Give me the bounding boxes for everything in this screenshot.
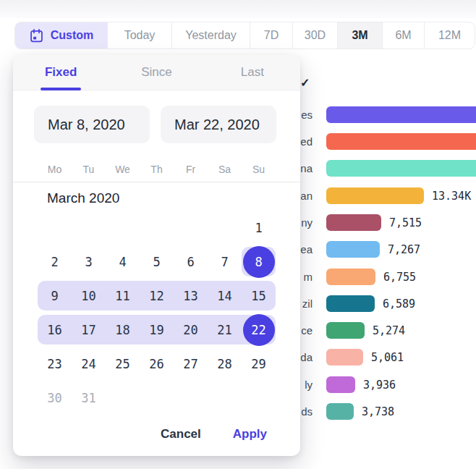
calendar-day-27[interactable]: 27 — [174, 347, 208, 381]
calendar-day-empty — [106, 381, 140, 415]
calendar-day-24[interactable]: 24 — [72, 347, 106, 381]
day-number: 2 — [51, 255, 58, 269]
day-number: 16 — [47, 323, 61, 337]
weekday-label: We — [106, 164, 140, 175]
calendar-day-17[interactable]: 17 — [72, 313, 106, 347]
range-option-label: 12M — [438, 29, 461, 42]
day-number: 19 — [149, 323, 163, 337]
calendar-day-23[interactable]: 23 — [38, 347, 72, 381]
weekday-label: Th — [140, 164, 174, 175]
chart-row-label-fragment: es — [301, 106, 313, 123]
chart-bar[interactable] — [326, 349, 363, 366]
date-picker-footer: Cancel Apply — [13, 415, 300, 441]
range-option-12m[interactable]: 12M — [425, 22, 475, 48]
calendar-day-19[interactable]: 19 — [140, 313, 174, 347]
calendar-day-5[interactable]: 5 — [140, 245, 174, 279]
start-date-input[interactable]: Mar 8, 2020 — [34, 106, 150, 143]
chart-row-label-fragment: zil — [302, 295, 313, 312]
calendar-day-11[interactable]: 11 — [106, 279, 140, 313]
apply-button[interactable]: Apply — [233, 427, 267, 441]
calendar-day-7[interactable]: 7 — [208, 245, 242, 279]
calendar-day-29[interactable]: 29 — [242, 347, 276, 381]
cancel-button[interactable]: Cancel — [161, 427, 201, 441]
chart-row-label-fragment: ds — [301, 403, 313, 420]
range-option-7d[interactable]: 7D — [250, 22, 293, 48]
range-option-3m[interactable]: 3M — [338, 22, 383, 48]
range-option-today[interactable]: Today — [108, 22, 172, 48]
day-number: 17 — [81, 323, 95, 337]
calendar-day-26[interactable]: 26 — [140, 347, 174, 381]
chart-bar[interactable] — [326, 187, 424, 204]
calendar-day-31[interactable]: 31 — [72, 381, 106, 415]
calendar-day-8[interactable]: 8 — [242, 245, 276, 279]
chart-bar-value: 7,267 — [388, 242, 420, 258]
calendar-day-28[interactable]: 28 — [208, 347, 242, 381]
chart-bar-value: 6,589 — [383, 296, 415, 313]
calendar-day-13[interactable]: 13 — [174, 279, 208, 313]
calendar-day-empty — [208, 211, 242, 245]
date-picker-popover: Fixed Since Last Mar 8, 2020 Mar 22, 202… — [13, 55, 300, 456]
calendar-day-1[interactable]: 1 — [242, 211, 276, 245]
chart-bar[interactable] — [326, 106, 476, 123]
calendar-day-15[interactable]: 15 — [242, 279, 276, 313]
chart-bar[interactable] — [326, 376, 355, 393]
chart-row-label-fragment: da — [300, 349, 313, 366]
chart-bar[interactable] — [326, 133, 476, 150]
day-number: 14 — [217, 289, 231, 303]
day-number: 8 — [255, 255, 262, 269]
chart-bar[interactable] — [326, 214, 381, 231]
calendar-day-18[interactable]: 18 — [106, 313, 140, 347]
calendar-day-30[interactable]: 30 — [38, 381, 72, 415]
day-number: 3 — [85, 255, 92, 269]
chart-bar[interactable] — [326, 160, 476, 177]
range-option-custom[interactable]: Custom — [15, 22, 108, 48]
calendar-day-21[interactable]: 21 — [208, 313, 242, 347]
chart-bar-value: 13.34K — [432, 188, 471, 205]
weekday-header-row: MoTuWeThFrSaSu — [13, 164, 300, 182]
calendar-day-9[interactable]: 9 — [38, 279, 72, 313]
range-option-30d[interactable]: 30D — [293, 22, 338, 48]
day-number: 18 — [115, 323, 129, 337]
check-icon: ✓ — [300, 76, 310, 90]
calendar-day-6[interactable]: 6 — [174, 245, 208, 279]
calendar-day-16[interactable]: 16 — [38, 313, 72, 347]
calendar-day-14[interactable]: 14 — [208, 279, 242, 313]
calendar-day-3[interactable]: 3 — [72, 245, 106, 279]
calendar-day-25[interactable]: 25 — [106, 347, 140, 381]
range-option-yesterday[interactable]: Yesterday — [172, 22, 250, 48]
chart-bar[interactable] — [326, 295, 375, 312]
tab-last[interactable]: Last — [205, 55, 300, 90]
chart-bar[interactable] — [326, 241, 380, 258]
calendar-day-empty — [38, 211, 72, 245]
chart-bar[interactable] — [326, 322, 365, 339]
chart-row-label-fragment: ce — [301, 322, 313, 339]
chart-bar[interactable] — [326, 403, 354, 420]
end-date-input[interactable]: Mar 22, 2020 — [161, 106, 276, 143]
day-number: 28 — [217, 357, 231, 371]
chart-row-label-fragment: ly — [305, 376, 313, 393]
date-picker-tabs: Fixed Since Last — [13, 55, 300, 90]
calendar-day-20[interactable]: 20 — [174, 313, 208, 347]
chart-row-label-fragment: ny — [301, 214, 313, 231]
day-number: 30 — [47, 391, 61, 405]
day-number: 6 — [187, 255, 194, 269]
range-option-6m[interactable]: 6M — [383, 22, 425, 48]
chart-row-label-fragment: m — [304, 269, 313, 285]
range-option-label: Today — [124, 29, 156, 42]
tab-since[interactable]: Since — [109, 55, 204, 90]
chart-bar[interactable] — [326, 269, 375, 285]
weekday-label: Tu — [72, 164, 106, 175]
date-range-toolbar: CustomTodayYesterday7D30D3M6M12M — [14, 22, 475, 49]
calendar-day-empty — [140, 211, 174, 245]
calendar-day-10[interactable]: 10 — [72, 279, 106, 313]
day-number: 26 — [149, 357, 163, 371]
tab-fixed[interactable]: Fixed — [13, 55, 109, 90]
calendar-day-2[interactable]: 2 — [38, 245, 72, 279]
chart-bar-value: 7,515 — [389, 215, 422, 232]
calendar-day-empty — [208, 381, 242, 415]
calendar-day-12[interactable]: 12 — [140, 279, 174, 313]
calendar-day-22[interactable]: 22 — [242, 313, 276, 347]
day-number: 13 — [183, 289, 197, 303]
day-number: 22 — [251, 323, 265, 337]
calendar-day-4[interactable]: 4 — [106, 245, 140, 279]
